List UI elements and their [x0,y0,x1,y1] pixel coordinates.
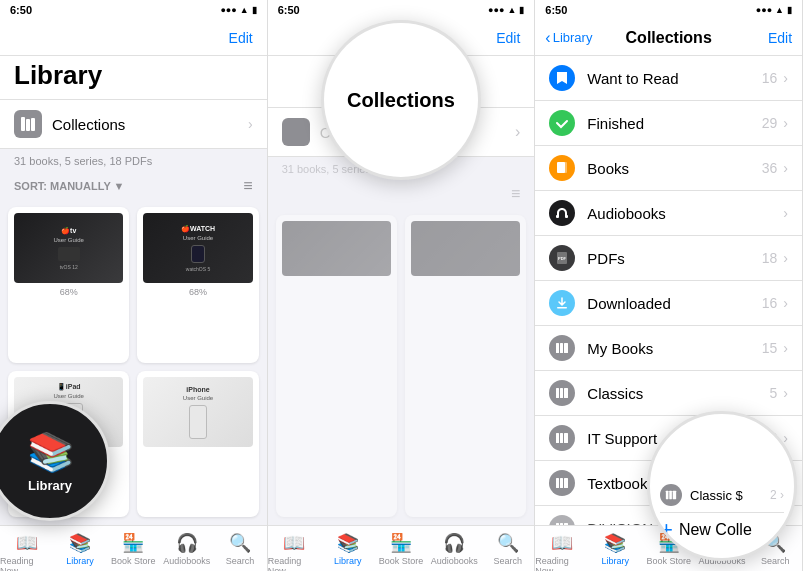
status-bar-3: 6:50 ●●● ▲ ▮ [535,0,802,20]
collection-finished[interactable]: Finished 29 › [535,101,802,146]
book-progress-appletv: 68% [60,287,78,297]
tab-search-2[interactable]: 🔍 Search [481,532,534,566]
division-icon [549,515,575,525]
collection-name-audiobooks: Audiobooks [587,205,777,222]
collection-classics[interactable]: Classics 5 › [535,371,802,416]
collections-panel: 6:50 ●●● ▲ ▮ ‹ Library Collections Edit … [535,0,803,571]
tab-library[interactable]: 📚 Library [53,532,106,566]
svg-rect-19 [556,478,559,488]
new-collection-zoom-circle[interactable]: Classic $ 2 › + New Colle [647,411,797,561]
classic-dollar-label: Classic $ [690,488,770,503]
collections-icon [14,110,42,138]
tab-bookstore-label: Book Store [111,556,156,566]
svg-rect-15 [564,388,568,398]
book-card-iphone[interactable]: iPhone User Guide [137,371,258,517]
tab-search[interactable]: 🔍 Search [213,532,266,566]
tab-bookstore-label-3: Book Store [646,556,691,566]
edit-button-2[interactable]: Edit [496,30,520,46]
audiobooks-icon: 🎧 [176,532,198,554]
reading-now-icon-3: 📖 [551,532,573,554]
tab-reading-now[interactable]: 📖 Reading Now [0,532,53,571]
tab-audiobooks-2[interactable]: 🎧 Audiobooks [428,532,481,566]
collection-want-to-read[interactable]: Want to Read 16 › [535,56,802,101]
collection-books[interactable]: Books 36 › [535,146,802,191]
middle-panel: 6:50 ●●● ▲ ▮ Edit Library Collections › … [268,0,536,571]
reading-now-icon-2: 📖 [283,532,305,554]
check-icon [555,116,569,130]
tab-bookstore[interactable]: 🏪 Book Store [107,532,160,566]
status-bar-2: 6:50 ●●● ▲ ▮ [268,0,535,20]
chevron-downloaded: › [783,295,788,311]
wifi-icon-2: ▲ [507,5,516,15]
battery-icon-2: ▮ [519,5,524,15]
svg-rect-18 [564,433,568,443]
tab-library-3[interactable]: 📚 Library [589,532,642,566]
new-collection-row[interactable]: + New Colle [660,517,784,543]
books-coll-icon [549,155,575,181]
collection-count-finished: 29 [762,115,778,131]
tab-bookstore-2[interactable]: 🏪 Book Store [374,532,427,566]
sort-text[interactable]: SORT: MANUALLY ▼ [14,180,125,192]
tab-reading-now-2[interactable]: 📖 Reading Now [268,532,321,571]
want-to-read-icon [549,65,575,91]
tab-search-label-3: Search [761,556,790,566]
svg-rect-20 [560,478,563,488]
chevron-pdfs: › [783,250,788,266]
collection-audiobooks[interactable]: Audiobooks › [535,191,802,236]
collections-edit-button[interactable]: Edit [768,30,792,46]
book-cover-applewatch: 🍎WATCH User Guide watchOS 5 [143,213,252,283]
it-support-svg-icon [555,431,569,445]
svg-rect-26 [669,491,672,500]
tab-library-label: Library [66,556,94,566]
division-svg-icon [555,521,569,525]
signal-icon-2: ●●● [488,5,504,15]
svg-rect-14 [560,388,563,398]
textbooks-icon [549,470,575,496]
audiobooks-coll-icon [549,200,575,226]
collection-pdfs[interactable]: PDF PDFs 18 › [535,236,802,281]
collection-downloaded[interactable]: Downloaded 16 › [535,281,802,326]
reading-now-icon: 📖 [16,532,38,554]
tab-library-2[interactable]: 📚 Library [321,532,374,566]
collection-name-pdfs: PDFs [587,250,761,267]
my-books-svg-icon [555,341,569,355]
download-icon [555,296,569,310]
collection-count-pdfs: 18 [762,250,778,266]
middle-book-1 [276,215,397,517]
collection-count-want-to-read: 16 [762,70,778,86]
collection-count-my-books: 15 [762,340,778,356]
grid-view-icon[interactable]: ≡ [243,177,252,195]
library-meta: 31 books, 5 series, 18 PDFs [0,149,267,173]
book-card-appletv[interactable]: 🍎tv User Guide tvOS 12 68% [8,207,129,363]
collections-nav-title: Collections [626,29,712,47]
tab-reading-now-3[interactable]: 📖 Reading Now [535,532,588,571]
audiobooks-icon-2: 🎧 [443,532,465,554]
downloaded-icon [549,290,575,316]
library-panel: 6:50 ●●● ▲ ▮ Edit Library Collections › … [0,0,268,571]
sort-bar: SORT: MANUALLY ▼ ≡ [0,173,267,199]
wifi-icon: ▲ [240,5,249,15]
edit-button[interactable]: Edit [229,30,253,46]
svg-rect-2 [31,118,35,131]
it-support-icon [549,425,575,451]
book-card-applewatch[interactable]: 🍎WATCH User Guide watchOS 5 68% [137,207,258,363]
collection-my-books[interactable]: My Books 15 › [535,326,802,371]
tab-bar-2: 📖 Reading Now 📚 Library 🏪 Book Store 🎧 A… [268,525,535,571]
classic-dollar-row: Classic $ 2 › [660,478,784,513]
headphone-icon [555,206,569,220]
collection-name-my-books: My Books [587,340,761,357]
bookstore-icon: 🏪 [122,532,144,554]
status-icons-1: ●●● ▲ ▮ [220,5,256,15]
signal-icon: ●●● [220,5,236,15]
collection-name-finished: Finished [587,115,761,132]
svg-rect-17 [560,433,563,443]
collections-zoom-circle: Collections [321,20,481,180]
collections-row[interactable]: Collections › [0,100,267,149]
tab-audiobooks[interactable]: 🎧 Audiobooks [160,532,213,566]
status-icons-3: ●●● ▲ ▮ [756,5,792,15]
collections-chevron-icon: › [248,116,253,132]
back-button[interactable]: ‹ Library [545,29,592,47]
svg-rect-13 [556,388,559,398]
svg-rect-9 [557,307,567,309]
library-icon: 📚 [69,532,91,554]
